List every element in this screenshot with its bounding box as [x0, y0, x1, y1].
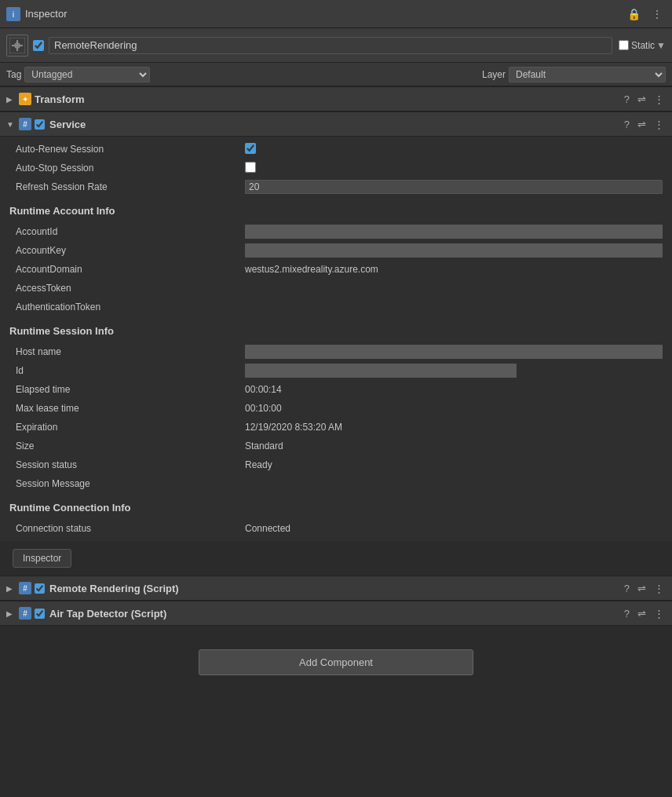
- rr-script-chevron: ▶: [6, 584, 14, 593]
- session-status-value: Ready: [245, 459, 663, 470]
- main-scroll-area: Static ▼ Tag Untagged Layer Default ▶ ✦ …: [0, 28, 672, 797]
- rr-script-actions: ? ⇌ ⋮: [623, 583, 666, 594]
- service-component-body: Auto-Renew Session Auto-Stop Session Ref…: [0, 137, 672, 541]
- service-component-header[interactable]: ▼ # Service ? ⇌ ⋮: [0, 112, 672, 137]
- transform-actions: ? ⇌ ⋮: [623, 93, 666, 105]
- max-lease-time-label: Max lease time: [9, 403, 245, 414]
- inspector-tab-area: Inspector: [0, 541, 672, 576]
- tag-label: Tag: [6, 69, 21, 80]
- layer-area: Layer Default: [482, 67, 666, 82]
- account-domain-label: AccountDomain: [9, 264, 245, 275]
- id-input[interactable]: [245, 364, 517, 378]
- atd-help-icon[interactable]: ?: [623, 608, 631, 620]
- atd-icon: #: [19, 607, 31, 620]
- auto-stop-checkbox[interactable]: [245, 162, 256, 173]
- transform-icon: ✦: [19, 93, 31, 105]
- elapsed-time-label: Elapsed time: [9, 384, 245, 395]
- service-enabled-checkbox[interactable]: [35, 119, 45, 130]
- account-key-label: AccountKey: [9, 245, 245, 256]
- auto-renew-value: [245, 143, 663, 156]
- atd-actions: ? ⇌ ⋮: [623, 608, 666, 620]
- host-name-value: [245, 345, 663, 359]
- max-lease-time-row: Max lease time 00:10:00: [0, 399, 672, 418]
- host-name-input[interactable]: [245, 345, 663, 359]
- atd-settings-icon[interactable]: ⇌: [636, 608, 648, 620]
- service-chevron: ▼: [6, 120, 14, 129]
- transform-help-icon[interactable]: ?: [623, 93, 631, 105]
- layer-select[interactable]: Default: [509, 67, 666, 82]
- auth-token-row: AuthenticationToken: [0, 298, 672, 316]
- gameobject-icon: [6, 35, 28, 57]
- account-key-input[interactable]: [245, 243, 663, 258]
- rr-script-enabled-checkbox[interactable]: [35, 583, 45, 594]
- transform-component-header[interactable]: ▶ ✦ Transform ? ⇌ ⋮: [0, 86, 672, 112]
- remote-rendering-script-header[interactable]: ▶ # Remote Rendering (Script) ? ⇌ ⋮: [0, 576, 672, 601]
- rr-script-menu-icon[interactable]: ⋮: [652, 583, 666, 594]
- size-text: Standard: [245, 441, 283, 452]
- menu-icon[interactable]: ⋮: [648, 6, 666, 22]
- atd-enabled-checkbox[interactable]: [35, 609, 45, 619]
- transform-menu-icon[interactable]: ⋮: [652, 93, 666, 105]
- runtime-session-info-label: Runtime Session Info: [9, 319, 663, 340]
- session-status-label: Session status: [9, 459, 245, 470]
- inspector-tab[interactable]: Inspector: [13, 549, 71, 568]
- atd-menu-icon[interactable]: ⋮: [652, 608, 666, 620]
- static-dropdown-arrow[interactable]: ▼: [656, 40, 666, 51]
- auto-renew-checkbox[interactable]: [245, 143, 256, 154]
- id-row: Id: [0, 361, 672, 380]
- session-message-row: Session Message: [0, 474, 672, 493]
- service-settings-icon[interactable]: ⇌: [636, 119, 648, 130]
- static-checkbox[interactable]: [619, 40, 629, 50]
- add-component-button[interactable]: Add Component: [199, 649, 473, 675]
- account-domain-row: AccountDomain westus2.mixedreality.azure…: [0, 260, 672, 279]
- host-name-row: Host name: [0, 342, 672, 361]
- title-bar: i Inspector 🔒 ⋮: [0, 0, 672, 28]
- auto-stop-label: Auto-Stop Session: [9, 163, 245, 174]
- rr-script-help-icon[interactable]: ?: [623, 583, 631, 594]
- title-bar-title: Inspector: [25, 8, 624, 20]
- connection-status-row: Connection status Connected: [0, 519, 672, 538]
- runtime-connection-info-label: Runtime Connection Info: [9, 495, 663, 517]
- size-value: Standard: [245, 441, 663, 452]
- service-title: Service: [49, 119, 623, 130]
- connection-status-value: Connected: [245, 523, 663, 534]
- service-menu-icon[interactable]: ⋮: [652, 119, 666, 130]
- gameobject-enabled-checkbox[interactable]: [33, 40, 44, 51]
- gameobject-name-input[interactable]: [49, 37, 612, 54]
- expiration-text: 12/19/2020 8:53:20 AM: [245, 422, 342, 433]
- service-actions: ? ⇌ ⋮: [623, 119, 666, 130]
- service-help-icon[interactable]: ?: [623, 119, 631, 130]
- refresh-rate-input[interactable]: [245, 180, 663, 194]
- svg-text:i: i: [13, 9, 14, 19]
- access-token-label: AccessToken: [9, 283, 245, 294]
- size-label: Size: [9, 441, 245, 452]
- id-value: [245, 364, 663, 378]
- refresh-rate-label: Refresh Session Rate: [9, 181, 245, 192]
- elapsed-time-value: 00:00:14: [245, 384, 663, 395]
- runtime-account-info-label: Runtime Account Info: [9, 199, 663, 220]
- account-id-input[interactable]: [245, 225, 663, 239]
- max-lease-time-text: 00:10:00: [245, 403, 282, 414]
- account-key-value: [245, 243, 663, 258]
- lock-icon[interactable]: 🔒: [624, 6, 644, 22]
- account-id-label: AccountId: [9, 226, 245, 237]
- runtime-connection-info-header-row: Runtime Connection Info: [0, 493, 672, 519]
- connection-status-text: Connected: [245, 523, 290, 534]
- access-token-row: AccessToken: [0, 279, 672, 298]
- expiration-row: Expiration 12/19/2020 8:53:20 AM: [0, 418, 672, 437]
- svg-rect-4: [16, 40, 18, 51]
- refresh-rate-row: Refresh Session Rate: [0, 177, 672, 196]
- transform-settings-icon[interactable]: ⇌: [636, 93, 648, 105]
- rr-script-settings-icon[interactable]: ⇌: [636, 583, 648, 594]
- auto-stop-session-row: Auto-Stop Session: [0, 159, 672, 177]
- tag-select[interactable]: Untagged: [24, 67, 150, 82]
- atd-title: Air Tap Detector (Script): [49, 608, 623, 620]
- id-label: Id: [9, 365, 245, 376]
- rr-script-icon: #: [19, 582, 31, 594]
- auto-stop-value: [245, 162, 663, 175]
- size-row: Size Standard: [0, 437, 672, 455]
- auto-renew-session-row: Auto-Renew Session: [0, 140, 672, 159]
- account-id-row: AccountId: [0, 222, 672, 241]
- air-tap-detector-header[interactable]: ▶ # Air Tap Detector (Script) ? ⇌ ⋮: [0, 601, 672, 626]
- session-status-text: Ready: [245, 459, 272, 470]
